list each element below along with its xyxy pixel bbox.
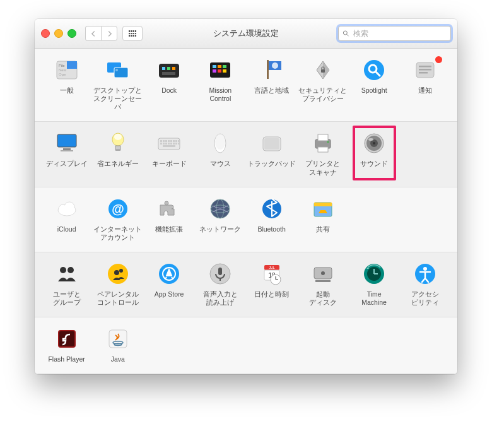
search-icon (343, 30, 349, 37)
forward-button[interactable] (101, 26, 117, 41)
svg-rect-18 (223, 65, 226, 68)
extensions-icon (156, 196, 182, 221)
pref-item-label: iCloud (57, 225, 76, 233)
svg-rect-19 (213, 69, 216, 73)
pref-item-dock[interactable]: Dock (144, 57, 195, 111)
svg-rect-55 (173, 143, 175, 144)
pref-item-label: Spotlight (361, 86, 387, 95)
pref-item-label: ペアレンタル コントロール (97, 290, 139, 307)
mission-icon (208, 57, 233, 83)
svg-rect-20 (218, 69, 221, 73)
desktop-icon (105, 57, 131, 83)
pref-item-datetime[interactable]: JUL18日付と時刻 (246, 261, 297, 307)
svg-rect-39 (115, 146, 120, 150)
accessibility-icon (413, 261, 438, 286)
pref-item-startup[interactable]: 起動 ディスク (297, 261, 348, 307)
svg-point-78 (165, 201, 168, 205)
svg-rect-65 (318, 147, 328, 152)
pref-item-energy[interactable]: 省エネルギー (92, 131, 143, 176)
svg-rect-51 (163, 143, 165, 144)
svg-rect-13 (172, 67, 175, 70)
svg-rect-17 (218, 65, 221, 68)
svg-rect-33 (57, 134, 76, 147)
close-button[interactable] (41, 29, 50, 38)
pref-item-mouse[interactable]: マウス (195, 131, 246, 176)
pref-item-security[interactable]: セキュリティと プライバシー (297, 57, 348, 111)
dictation-icon (208, 261, 233, 286)
pref-item-label: App Store (155, 290, 184, 298)
svg-rect-21 (223, 69, 226, 73)
pref-item-label: 音声入力と 読み上げ (203, 290, 238, 307)
pref-item-sharing[interactable]: 共有 (297, 196, 348, 242)
pref-item-bluetooth[interactable]: Bluetooth (246, 196, 297, 242)
pref-item-label: デスクトップと スクリーンセーバ (92, 86, 143, 111)
search-input[interactable] (352, 28, 447, 38)
pref-item-desktop[interactable]: デスクトップと スクリーンセーバ (92, 57, 143, 111)
pref-item-general[interactable]: FileNewOpe一般 (41, 57, 92, 111)
svg-point-66 (327, 141, 329, 143)
pref-row: ディスプレイ省エネルギーキーボードマウストラックパッドプリンタと スキャナサウン… (35, 122, 457, 187)
pref-item-label: 機能拡張 (155, 225, 183, 233)
svg-point-86 (60, 267, 66, 273)
preferences-grid: FileNewOpe一般デスクトップと スクリーンセーバDockMission … (35, 49, 457, 374)
svg-rect-14 (162, 72, 175, 75)
minimize-button[interactable] (54, 29, 63, 38)
pref-item-displays[interactable]: ディスプレイ (41, 131, 92, 176)
pref-item-label: アクセシ ビリティ (411, 290, 439, 307)
pref-item-java[interactable]: Java (92, 326, 143, 363)
notifications-icon (413, 57, 438, 83)
show-all-button[interactable] (122, 26, 143, 41)
pref-item-label: インターネット アカウント (93, 225, 142, 242)
language-icon (259, 57, 284, 83)
pref-item-notifications[interactable]: 通知 (400, 57, 451, 111)
pref-item-appstore[interactable]: App Store (144, 261, 195, 307)
timemachine-icon (361, 261, 387, 286)
svg-rect-35 (63, 148, 71, 150)
printers-icon (310, 131, 336, 156)
svg-rect-44 (165, 140, 167, 142)
pref-item-users[interactable]: ユーザと グループ (41, 261, 92, 307)
pref-item-label: ネットワーク (199, 225, 241, 233)
svg-point-105 (321, 271, 325, 275)
pref-item-dictation[interactable]: 音声入力と 読み上げ (195, 261, 246, 307)
svg-text:JUL: JUL (269, 266, 274, 269)
pref-item-printers[interactable]: プリンタと スキャナ (297, 131, 348, 176)
pref-item-language[interactable]: 言語と地域 (246, 57, 297, 111)
svg-rect-48 (175, 140, 177, 142)
pref-item-label: サウンド (360, 160, 388, 168)
zoom-button[interactable] (67, 29, 76, 38)
pref-item-sound[interactable]: サウンド (349, 131, 400, 176)
flash-icon (54, 326, 79, 351)
svg-rect-46 (170, 140, 172, 142)
pref-item-icloud[interactable]: iCloud (41, 196, 92, 242)
grid-icon (129, 30, 136, 37)
svg-rect-56 (175, 143, 177, 144)
pref-item-trackpad[interactable]: トラックパッド (246, 131, 297, 176)
search-field[interactable] (338, 26, 451, 41)
pref-row: ユーザと グループペアレンタル コントロールApp Store音声入力と 読み上… (35, 252, 457, 317)
pref-item-label: Java (111, 355, 125, 363)
pref-item-extensions[interactable]: 機能拡張 (144, 196, 195, 242)
svg-point-24 (272, 62, 278, 69)
pref-item-network[interactable]: ネットワーク (195, 196, 246, 242)
svg-rect-64 (318, 134, 328, 141)
svg-rect-3 (67, 61, 77, 69)
parental-icon (105, 261, 131, 286)
pref-item-internet[interactable]: @インターネット アカウント (92, 196, 143, 242)
back-button[interactable] (85, 26, 101, 41)
pref-item-timemachine[interactable]: Time Machine (349, 261, 400, 307)
svg-rect-114 (59, 331, 74, 346)
svg-rect-11 (162, 67, 165, 70)
pref-item-keyboard[interactable]: キーボード (144, 131, 195, 176)
svg-rect-40 (115, 150, 120, 151)
nav-buttons (85, 26, 117, 41)
network-icon (208, 196, 233, 221)
pref-item-spotlight[interactable]: Spotlight (349, 57, 400, 111)
pref-item-parental[interactable]: ペアレンタル コントロール (92, 261, 143, 307)
pref-row: FileNewOpe一般デスクトップと スクリーンセーバDockMission … (35, 49, 457, 122)
pref-item-mission[interactable]: Mission Control (195, 57, 246, 111)
pref-item-accessibility[interactable]: アクセシ ビリティ (400, 261, 451, 307)
pref-item-flash[interactable]: Flash Player (41, 326, 92, 363)
spotlight-icon (361, 57, 387, 83)
pref-item-label: マウス (210, 160, 231, 168)
